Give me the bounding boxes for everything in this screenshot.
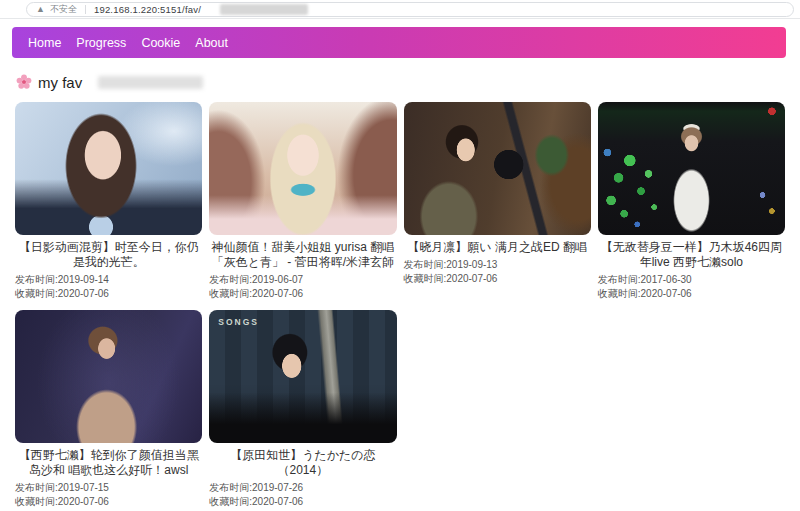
url-text: 192.168.1.220:5151/fav/	[94, 4, 201, 15]
video-card: 【无敌替身豆一样】乃木坂46四周年live 西野七濑solo 发布时间:2017…	[598, 102, 785, 300]
video-title[interactable]: 【日影动画混剪】时至今日，你仍是我的光芒。	[16, 240, 201, 270]
video-dates: 发布时间:2019-06-07 收藏时间:2020-07-06	[209, 273, 396, 300]
address-bar[interactable]: ▲ 不安全 192.168.1.220:5151/fav/	[26, 2, 794, 17]
publish-label: 发布时间:	[15, 274, 58, 285]
nav-item-home[interactable]: Home	[28, 36, 61, 50]
video-title[interactable]: 【西野七濑】轮到你了颜值担当黑岛沙和 唱歌也这么好听！awsl	[16, 448, 201, 478]
cherry-blossom-icon	[16, 74, 32, 90]
video-thumbnail[interactable]	[15, 102, 202, 235]
video-dates: 发布时间:2019-07-15 收藏时间:2020-07-06	[15, 481, 202, 508]
favorite-date: 2020-07-06	[58, 496, 109, 507]
nav-item-cookie[interactable]: Cookie	[141, 36, 180, 50]
publish-date-line: 发布时间:2019-06-07	[209, 273, 396, 287]
favorite-date-line: 收藏时间:2020-07-06	[209, 287, 396, 301]
favorites-grid: 【日影动画混剪】时至今日，你仍是我的光芒。 发布时间:2019-09-14 收藏…	[0, 102, 800, 508]
security-warning-label: 不安全	[50, 3, 77, 16]
publish-date-line: 发布时间:2019-09-13	[404, 258, 591, 272]
video-title[interactable]: 【原田知世】うたかたの恋（2014）	[210, 448, 395, 478]
favorite-date: 2020-07-06	[641, 288, 692, 299]
favorite-label: 收藏时间:	[404, 273, 447, 284]
songs-logo: SONGS	[218, 317, 259, 327]
publish-label: 发布时间:	[598, 274, 641, 285]
video-card: 【晓月凛】願い 满月之战ED 翻唱 发布时间:2019-09-13 收藏时间:2…	[404, 102, 591, 300]
title-redacted-blur	[98, 76, 203, 89]
publish-date: 2019-07-26	[252, 482, 303, 493]
video-title[interactable]: 【晓月凛】願い 满月之战ED 翻唱	[405, 240, 590, 255]
favorite-label: 收藏时间:	[209, 496, 252, 507]
not-secure-warning-icon: ▲	[36, 5, 45, 14]
publish-date: 2017-06-30	[641, 274, 692, 285]
url-redacted-blur	[220, 4, 308, 15]
publish-date: 2019-09-14	[58, 274, 109, 285]
favorite-date: 2020-07-06	[58, 288, 109, 299]
browser-chrome: ▲ 不安全 192.168.1.220:5151/fav/	[0, 0, 800, 19]
navbar: Home Progress Cookie About	[12, 27, 786, 58]
video-thumbnail[interactable]: SONGS	[209, 310, 396, 443]
favorite-date-line: 收藏时间:2020-07-06	[15, 495, 202, 509]
video-dates: 发布时间:2019-07-26 收藏时间:2020-07-06	[209, 481, 396, 508]
favorite-label: 收藏时间:	[598, 288, 641, 299]
publish-date-line: 发布时间:2019-07-26	[209, 481, 396, 495]
publish-date-line: 发布时间:2017-06-30	[598, 273, 785, 287]
page-title: my fav	[38, 74, 82, 91]
favorite-date: 2020-07-06	[252, 288, 303, 299]
publish-label: 发布时间:	[404, 259, 447, 270]
publish-date-line: 发布时间:2019-07-15	[15, 481, 202, 495]
video-card: SONGS 【原田知世】うたかたの恋（2014） 发布时间:2019-07-26…	[209, 310, 396, 508]
video-thumbnail[interactable]	[209, 102, 396, 235]
favorite-label: 收藏时间:	[15, 288, 58, 299]
video-title[interactable]: 【无敌替身豆一样】乃木坂46四周年live 西野七濑solo	[599, 240, 784, 270]
video-thumbnail[interactable]	[15, 310, 202, 443]
favorite-date: 2020-07-06	[446, 273, 497, 284]
publish-date-line: 发布时间:2019-09-14	[15, 273, 202, 287]
video-dates: 发布时间:2019-09-13 收藏时间:2020-07-06	[404, 258, 591, 285]
favorite-date-line: 收藏时间:2020-07-06	[15, 287, 202, 301]
favorite-label: 收藏时间:	[209, 288, 252, 299]
publish-date: 2019-06-07	[252, 274, 303, 285]
publish-date: 2019-07-15	[58, 482, 109, 493]
omnibox-divider	[85, 5, 86, 14]
nav-item-about[interactable]: About	[195, 36, 228, 50]
video-thumbnail[interactable]	[404, 102, 591, 235]
publish-date: 2019-09-13	[446, 259, 497, 270]
video-card: 【西野七濑】轮到你了颜值担当黑岛沙和 唱歌也这么好听！awsl 发布时间:201…	[15, 310, 202, 508]
publish-label: 发布时间:	[15, 482, 58, 493]
publish-label: 发布时间:	[209, 482, 252, 493]
video-title[interactable]: 神仙颜值！甜美小姐姐 yurisa 翻唱「灰色と青」 - 菅田将晖/米津玄師	[210, 240, 395, 270]
page-header: my fav	[16, 73, 800, 91]
video-thumbnail[interactable]	[598, 102, 785, 235]
video-dates: 发布时间:2017-06-30 收藏时间:2020-07-06	[598, 273, 785, 300]
favorite-date-line: 收藏时间:2020-07-06	[209, 495, 396, 509]
favorite-date-line: 收藏时间:2020-07-06	[598, 287, 785, 301]
publish-label: 发布时间:	[209, 274, 252, 285]
video-card: 【日影动画混剪】时至今日，你仍是我的光芒。 发布时间:2019-09-14 收藏…	[15, 102, 202, 300]
video-card: 神仙颜值！甜美小姐姐 yurisa 翻唱「灰色と青」 - 菅田将晖/米津玄師 发…	[209, 102, 396, 300]
favorite-date-line: 收藏时间:2020-07-06	[404, 272, 591, 286]
nav-item-progress[interactable]: Progress	[76, 36, 126, 50]
favorite-label: 收藏时间:	[15, 496, 58, 507]
video-dates: 发布时间:2019-09-14 收藏时间:2020-07-06	[15, 273, 202, 300]
favorite-date: 2020-07-06	[252, 496, 303, 507]
